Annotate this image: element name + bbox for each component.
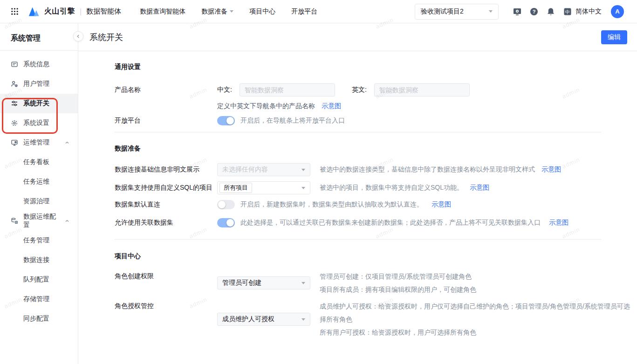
row-allow-linked-dataset: 允许使用关联数据集 此处选择是，可以通过关联已有数据集来创建新的数据集；此处选择… <box>115 218 637 227</box>
selected-tag: 所有项目 <box>219 183 252 193</box>
primary-nav: 数据查询智能体 数据准备 项目中心 开放平台 <box>140 7 317 16</box>
toggle-caption: 开启后，在导航条上将开放平台入口 <box>240 117 345 125</box>
sidebar: 系统管理 系统信息 用户管理 <box>0 23 78 364</box>
row-custom-sql-projects: 数据集支持使用自定义SQL的项目 所有项目 被选中的项目，数据集中将支持自定义S… <box>115 181 637 194</box>
row-label: 产品名称 <box>115 86 217 94</box>
sidebar-collapse-button[interactable] <box>73 31 83 41</box>
nav-item-data-query-agent[interactable]: 数据查询智能体 <box>140 7 185 16</box>
edit-button[interactable]: 编辑 <box>601 30 627 44</box>
diagram-link[interactable]: 示意图 <box>470 184 489 192</box>
row-role-create-permission: 角色创建权限 管理员可创建 管理员可创建：仅项目管理员/系统管理员可创建角色 项… <box>115 270 637 296</box>
project-selector-value: 验收测试项目2 <box>421 7 464 16</box>
svg-text:中: 中 <box>565 9 570 14</box>
chevron-down-icon <box>301 187 305 189</box>
gear-icon <box>11 119 18 127</box>
top-navbar: 火山引擎 | 数据智能体 数据查询智能体 数据准备 项目中心 开放平台 验收测试… <box>0 0 637 23</box>
svg-text:?: ? <box>533 9 536 14</box>
page-title: 系统开关 <box>89 32 123 43</box>
brand-name: 火山引擎 <box>44 7 75 16</box>
row-body: 管理员可创建 管理员可创建：仅项目管理员/系统管理员可创建角色 项目所有成员：拥… <box>217 270 476 296</box>
sidebar-item-task-ops[interactable]: 任务运维 <box>0 172 78 192</box>
chevron-down-icon <box>301 318 305 321</box>
language-switcher[interactable]: 中 简体中文 <box>563 7 602 16</box>
project-selector[interactable]: 验收测试项目2 <box>415 4 499 20</box>
diagram-link[interactable]: 示意图 <box>541 165 561 174</box>
chevron-down-icon <box>301 169 305 171</box>
brand-separator: | <box>80 7 82 16</box>
diagram-link[interactable]: 示意图 <box>432 200 451 208</box>
row-description: 被选中的项目，数据集中将支持自定义SQL功能。 示意图 <box>320 184 489 192</box>
volcano-logo-icon[interactable] <box>28 7 40 17</box>
page-header: 系统开关 编辑 <box>78 23 637 51</box>
toggle-caption: 此处选择是，可以通过关联已有数据集来创建新的数据集；此处选择否，产品上将不可见关… <box>240 219 569 227</box>
sidebar-item-system-info[interactable]: 系统信息 <box>0 55 78 74</box>
diagram-link[interactable]: 示意图 <box>322 102 341 110</box>
language-label: 简体中文 <box>575 7 602 16</box>
open-platform-toggle[interactable] <box>217 116 235 125</box>
app-body: 系统管理 系统信息 用户管理 <box>0 23 637 364</box>
sidebar-item-system-settings[interactable]: 系统设置 <box>0 113 78 133</box>
sidebar-item-task-board[interactable]: 任务看板 <box>0 152 78 172</box>
chevron-up-icon <box>65 140 69 145</box>
en-name-input[interactable] <box>374 83 470 96</box>
dataset-direct-toggle[interactable] <box>217 200 235 209</box>
role-auth-select[interactable]: 成员维护人可授权 <box>217 313 310 326</box>
product-name-helper: 定义中英文下导航条中的产品名称 示意图 <box>217 102 637 110</box>
row-description: 被选中的数据连接类型，基础信息中除了数据连接名称以外呈现非明文样式 示意图 <box>320 165 561 174</box>
nav-item-project-center[interactable]: 项目中心 <box>249 7 275 16</box>
brand-area: 火山引擎 | 数据智能体 <box>11 7 121 17</box>
sidebar-item-data-connection[interactable]: 数据连接 <box>0 250 78 270</box>
chevron-down-icon <box>301 282 305 284</box>
sidebar-item-resource-governance[interactable]: 资源治理 <box>0 192 78 211</box>
row-open-platform: 开放平台 开启后，在导航条上将开放平台入口 <box>115 116 637 125</box>
section-title-project-center: 项目中心 <box>115 252 637 261</box>
main-panel: 系统开关 编辑 通用设置 产品名称 中文: 英文: 定义中英文下导航条中的产品名… <box>78 23 637 364</box>
sidebar-item-system-switch[interactable]: 系统开关 <box>0 94 78 113</box>
section-title-data-prep: 数据准备 <box>115 144 637 153</box>
sidebar-item-task-management[interactable]: 任务管理 <box>0 231 78 250</box>
section-title-general: 通用设置 <box>115 63 637 71</box>
help-icon[interactable]: ? <box>529 7 539 16</box>
row-role-auth-control: 角色授权管控 成员维护人可授权 成员维护人可授权：给资源授权时，用户仅可选择自己… <box>115 300 637 339</box>
diagram-link[interactable]: 示意图 <box>549 219 569 226</box>
page-content: 通用设置 产品名称 中文: 英文: 定义中英文下导航条中的产品名称 示意图 开放… <box>78 51 637 364</box>
en-name-group: 英文: <box>352 83 470 96</box>
topnav-right: 验收测试项目2 ? 中 <box>415 4 624 20</box>
bell-icon[interactable] <box>546 7 555 16</box>
row-description: 管理员可创建：仅项目管理员/系统管理员可创建角色 项目所有成员：拥有项目编辑权限… <box>320 270 476 296</box>
row-product-name: 产品名称 中文: 英文: <box>115 83 637 96</box>
toggle-caption: 开启后，新建数据集时，数据集类型由默认抽取改为默认直连。 示意图 <box>240 200 451 209</box>
card-icon <box>11 61 18 68</box>
sidebar-group-ops-management[interactable]: 运维管理 <box>0 133 78 152</box>
zh-name-label: 中文: <box>217 86 232 94</box>
row-data-connection-masking: 数据连接基础信息非明文展示 未选择任何内容 被选中的数据连接类型，基础信息中除了… <box>115 163 637 176</box>
sidebar-item-queue-config[interactable]: 队列配置 <box>0 270 78 289</box>
nav-item-data-prep[interactable]: 数据准备 <box>201 7 233 16</box>
sidebar-item-user-management[interactable]: 用户管理 <box>0 74 78 94</box>
sidebar-menu: 系统信息 用户管理 系统开关 <box>0 51 78 329</box>
nav-item-open-platform[interactable]: 开放平台 <box>291 7 317 16</box>
row-description: 成员维护人可授权：给资源授权时，用户仅可选择自己维护的角色；项目管理员/角色管理… <box>320 300 633 339</box>
user-gear-icon <box>11 80 18 88</box>
sidebar-group-data-ops-config[interactable]: 数据运维配置 <box>0 211 78 231</box>
product-name-fields: 中文: 英文: <box>217 83 470 96</box>
avatar[interactable]: A <box>611 5 624 18</box>
role-create-select[interactable]: 管理员可创建 <box>217 276 310 289</box>
row-dataset-default-direct: 数据集默认直连 开启后，新建数据集时，数据集类型由默认抽取改为默认直连。 示意图 <box>115 200 637 209</box>
row-label: 数据集默认直连 <box>115 200 217 209</box>
custom-sql-projects-select[interactable]: 所有项目 <box>217 181 310 194</box>
row-label: 数据连接基础信息非明文展示 <box>115 165 217 174</box>
zh-name-input[interactable] <box>240 83 335 96</box>
chevron-down-icon <box>489 10 493 13</box>
app-grid-menu-icon[interactable] <box>11 7 19 15</box>
chevron-left-icon <box>76 34 81 39</box>
masking-type-select[interactable]: 未选择任何内容 <box>217 163 310 176</box>
console-icon[interactable] <box>513 7 522 16</box>
sliders-icon <box>11 100 18 107</box>
sidebar-item-sync-config[interactable]: 同步配置 <box>0 309 78 329</box>
sidebar-item-storage-management[interactable]: 存储管理 <box>0 289 78 309</box>
linked-dataset-toggle[interactable] <box>217 218 235 227</box>
row-body: 成员维护人可授权 成员维护人可授权：给资源授权时，用户仅可选择自己维护的角色；项… <box>217 300 633 339</box>
sidebar-title: 系统管理 <box>0 23 78 51</box>
en-name-label: 英文: <box>352 86 367 94</box>
